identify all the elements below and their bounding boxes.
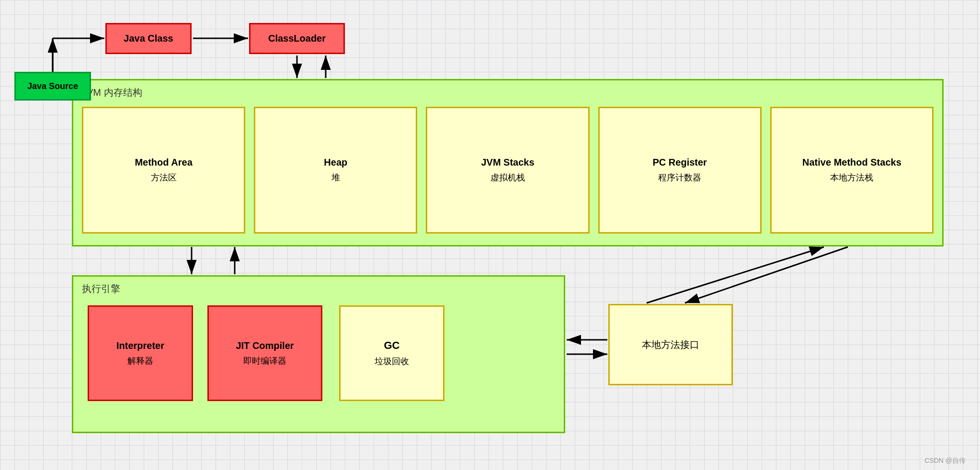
interpreter-box: Interpreter 解释器 [88,305,193,401]
gc-zh: 垃圾回收 [375,356,409,367]
method-area-zh: 方法区 [151,172,177,183]
native-interface-label: 本地方法接口 [642,338,699,351]
gc-en: GC [384,339,400,352]
diagram: Java Source Java Class ClassLoader JVM 内… [10,10,968,459]
java-source-label: Java Source [27,81,78,91]
java-class-label: Java Class [124,33,173,44]
jvm-stacks-zh: 虚拟机栈 [490,172,525,183]
interpreter-en: Interpreter [116,340,164,351]
jvm-stacks-en: JVM Stacks [481,157,534,168]
jit-compiler-zh: 即时编译器 [243,355,286,367]
heap-en: Heap [324,157,347,168]
jit-compiler-box: JIT Compiler 即时编译器 [207,305,322,401]
exec-engine-label: 执行引擎 [82,282,120,295]
jit-compiler-en: JIT Compiler [236,340,294,351]
native-interface-box: 本地方法接口 [608,304,733,385]
gc-box: GC 垃圾回收 [339,305,444,401]
jvm-stacks-box: JVM Stacks 虚拟机栈 [426,107,589,234]
java-class-box: Java Class [105,23,192,54]
exec-engine-box: 执行引擎 Interpreter 解释器 JIT Compiler 即时编译器 … [72,275,565,433]
method-area-en: Method Area [135,157,192,168]
native-method-stacks-en: Native Method Stacks [802,157,901,168]
heap-zh: 堆 [331,172,340,183]
pc-register-zh: 程序计数器 [658,172,701,183]
svg-line-13 [685,247,848,303]
pc-register-box: PC Register 程序计数器 [598,107,762,234]
heap-box: Heap 堆 [254,107,417,234]
jvm-memory-box: JVM 内存结构 Method Area 方法区 Heap 堆 JVM Stac… [72,79,944,246]
classloader-label: ClassLoader [268,33,326,44]
native-method-stacks-zh: 本地方法栈 [830,172,873,183]
svg-line-12 [647,247,824,303]
java-source-box: Java Source [14,72,91,101]
interpreter-zh: 解释器 [127,355,153,367]
pc-register-en: PC Register [653,157,707,168]
classloader-box: ClassLoader [249,23,345,54]
method-area-box: Method Area 方法区 [82,107,245,234]
memory-boxes-container: Method Area 方法区 Heap 堆 JVM Stacks 虚拟机栈 P… [82,107,934,234]
watermark: CSDN @自传 [924,457,966,465]
native-method-stacks-box: Native Method Stacks 本地方法栈 [770,107,934,234]
